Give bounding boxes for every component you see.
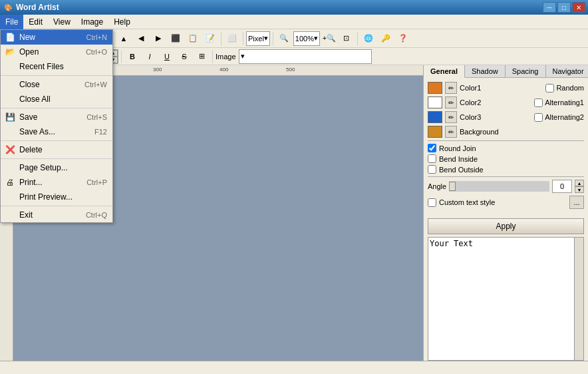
alt1-check[interactable] <box>534 98 543 107</box>
save-icon: 💾 <box>3 110 17 124</box>
bg-color-row: ✏ Background <box>428 126 584 138</box>
angle-value-input[interactable] <box>552 180 572 193</box>
menu-delete[interactable]: ❌ Delete <box>1 142 112 157</box>
italic-btn[interactable]: I <box>142 49 158 64</box>
format-sep1 <box>121 50 122 63</box>
zoom-out-btn[interactable]: 🔍 <box>276 31 292 46</box>
tab-shadow[interactable]: Shadow <box>465 65 506 77</box>
menu-close-all[interactable]: Close All <box>1 92 112 106</box>
tb-btn-6[interactable]: ◀ <box>133 31 149 46</box>
tab-navigator[interactable]: Navigator <box>546 65 589 77</box>
lang-btn[interactable]: 🌐 <box>361 31 376 46</box>
menu-bar: File Edit View Image Help <box>0 15 588 29</box>
unit-dropdown[interactable]: Pixel▾ <box>246 31 270 46</box>
title-bar: 🎨 Word Artist ─ □ ✕ <box>0 0 588 15</box>
menu-image[interactable]: Image <box>76 15 108 29</box>
maximize-button[interactable]: □ <box>557 2 571 13</box>
toolbar-sep4 <box>243 32 243 45</box>
apply-button[interactable]: Apply <box>428 218 584 234</box>
menu-save[interactable]: 💾 Save Ctrl+S <box>1 110 112 124</box>
text-input[interactable]: Your Text <box>428 238 583 278</box>
color3-row: ✏ Color3 Alternating2 <box>428 111 584 123</box>
angle-down[interactable]: ▼ <box>575 186 584 193</box>
zoom-dropdown[interactable]: 100%▾ <box>293 31 320 46</box>
menu-file[interactable]: File <box>0 15 23 29</box>
menu-edit[interactable]: Edit <box>23 15 48 29</box>
tb-btn-10[interactable]: 📝 <box>202 31 218 46</box>
print-preview-label: Print Preview... <box>19 192 73 202</box>
bend-inside-check[interactable] <box>428 154 436 163</box>
color1-label: Color1 <box>460 84 543 92</box>
page-setup-label: Page Setup... <box>19 163 68 172</box>
bend-outside-check[interactable] <box>428 165 436 174</box>
menu-print-preview[interactable]: Print Preview... <box>1 190 112 204</box>
help-btn[interactable]: ❓ <box>395 31 411 46</box>
tb-btn-5[interactable]: ▲ <box>116 31 132 46</box>
panel-tabs: General Shadow Spacing Navigator <box>424 65 588 78</box>
strikethrough-btn[interactable]: S <box>176 49 192 64</box>
tb-btn-7[interactable]: ▶ <box>150 31 166 46</box>
alt2-check[interactable] <box>534 113 543 122</box>
menu-help[interactable]: Help <box>108 15 136 29</box>
minimize-button[interactable]: ─ <box>543 2 556 13</box>
print-preview-icon <box>3 190 17 204</box>
text-scrollbar[interactable] <box>574 238 583 360</box>
color3-swatch[interactable] <box>428 111 442 123</box>
tb-btn-8[interactable]: ⬛ <box>168 31 184 46</box>
print-label: Print... <box>19 178 43 187</box>
new-shortcut: Ctrl+N <box>86 33 107 41</box>
round-join-check[interactable] <box>428 144 436 152</box>
color2-swatch[interactable] <box>428 96 442 108</box>
open-icon: 📂 <box>3 45 17 59</box>
menu-recent[interactable]: Recent Files <box>1 59 112 74</box>
zoom-in-btn[interactable]: +🔍 <box>321 31 337 46</box>
underline-btn[interactable]: U <box>159 49 175 64</box>
custom-text-btn[interactable]: ... <box>569 196 584 209</box>
print-shortcut: Ctrl+P <box>86 178 107 186</box>
exit-label: Exit <box>19 210 33 220</box>
round-join-label: Round Join <box>439 144 476 152</box>
close-icon <box>3 78 17 91</box>
recent-label: Recent Files <box>19 62 64 71</box>
image-dropdown[interactable]: ▾ <box>239 49 372 64</box>
key-btn[interactable]: 🔑 <box>378 31 394 46</box>
recent-icon <box>3 60 17 73</box>
menu-print[interactable]: 🖨 Print... Ctrl+P <box>1 175 112 190</box>
color1-swatch[interactable] <box>428 82 442 94</box>
bold-btn[interactable]: B <box>124 49 140 64</box>
angle-up[interactable]: ▲ <box>575 180 584 186</box>
close-all-label: Close All <box>19 94 51 104</box>
new-icon: 📄 <box>3 31 17 44</box>
menu-open[interactable]: 📂 Open Ctrl+O <box>1 45 112 59</box>
menu-exit[interactable]: Exit Ctrl+Q <box>1 208 112 222</box>
exit-icon <box>3 208 17 222</box>
alt2-option: Alternating2 <box>534 113 584 122</box>
bg-edit[interactable]: ✏ <box>445 126 457 138</box>
menu-save-as[interactable]: Save As... F12 <box>1 124 112 139</box>
custom-text-label: Custom text style <box>439 198 495 206</box>
save-as-label: Save As... <box>19 127 55 136</box>
text-size-btn[interactable]: ⊞ <box>194 49 210 64</box>
tab-general[interactable]: General <box>424 65 465 78</box>
alt2-label: Alternating2 <box>545 113 584 121</box>
delete-icon: ❌ <box>3 143 17 156</box>
color2-edit[interactable]: ✏ <box>445 96 457 108</box>
fit-btn[interactable]: ⊡ <box>339 31 355 46</box>
menu-page-setup[interactable]: Page Setup... <box>1 160 112 175</box>
tab-spacing[interactable]: Spacing <box>506 65 546 77</box>
color3-edit[interactable]: ✏ <box>445 111 457 123</box>
alt1-label: Alternating1 <box>545 98 584 106</box>
color1-edit[interactable]: ✏ <box>445 82 457 94</box>
close-button[interactable]: ✕ <box>572 2 585 13</box>
custom-text-check[interactable] <box>428 198 436 207</box>
bend-inside-row: Bend Inside <box>428 154 584 163</box>
menu-view[interactable]: View <box>48 15 76 29</box>
tb-btn-11[interactable]: ⬜ <box>224 31 240 46</box>
menu-close[interactable]: Close Ctrl+W <box>1 77 112 92</box>
menu-new[interactable]: 📄 New Ctrl+N <box>1 30 112 45</box>
random-check[interactable] <box>545 84 554 93</box>
toolbar-sep3 <box>221 32 221 45</box>
bg-swatch[interactable] <box>428 126 442 138</box>
angle-slider[interactable] <box>449 181 549 192</box>
tb-btn-9[interactable]: 📋 <box>185 31 201 46</box>
